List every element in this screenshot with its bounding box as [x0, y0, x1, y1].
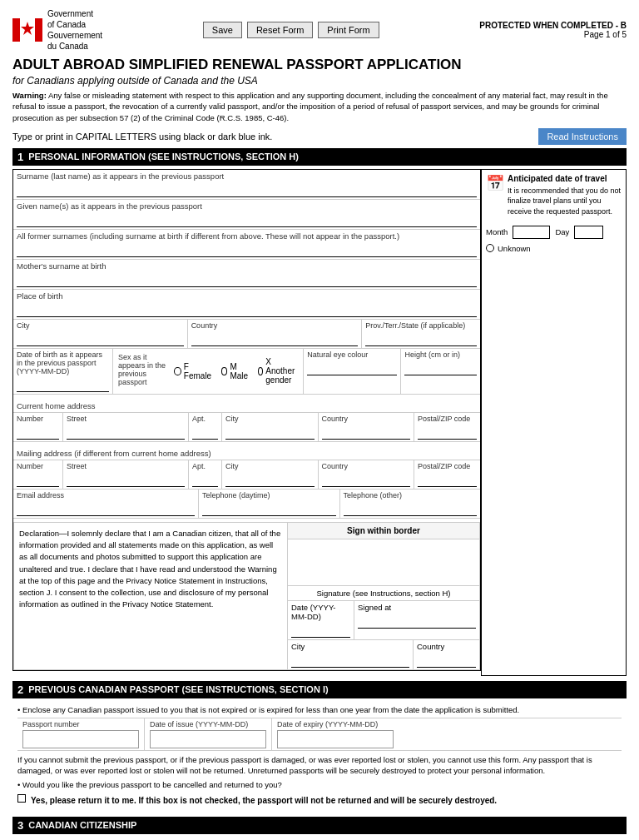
prov-input[interactable]: [365, 330, 477, 346]
section3-label: CANADIAN CITIZENSHIP: [28, 820, 136, 830]
place-birth-label: Place of birth: [17, 291, 477, 301]
sex-male-option[interactable]: M Male: [221, 362, 250, 380]
mail-number-label: Number: [17, 462, 59, 470]
passport-number-label: Passport number: [22, 720, 139, 728]
section1-main: Surname (last name) as it appears in the…: [12, 169, 481, 671]
phone-day-input[interactable]: [202, 500, 336, 516]
signed-at-label: Signed at: [358, 603, 391, 612]
addr-apt-col: Apt.: [189, 413, 222, 441]
date-issue-input[interactable]: [150, 730, 266, 748]
unknown-radio[interactable]: [486, 244, 494, 252]
gov-text: Government of Canada Gouvernement du Can…: [47, 8, 102, 52]
mail-street-input[interactable]: [67, 470, 185, 487]
date-expiry-input[interactable]: [277, 730, 394, 748]
city-input[interactable]: [17, 330, 184, 346]
return-checkbox-label: Yes, please return it to me. If this box…: [31, 796, 497, 805]
email-label: Email address: [17, 491, 195, 500]
protected-label: PROTECTED WHEN COMPLETED - B: [479, 21, 627, 30]
sex-male-label: M Male: [230, 362, 250, 380]
page-header: Government of Canada Gouvernement du Can…: [12, 8, 627, 52]
mail-country-col: Country: [319, 460, 415, 489]
month-day-row: Month Day: [486, 226, 622, 239]
section3-number: 3: [17, 819, 23, 832]
warning-label: Warning:: [12, 91, 47, 100]
section2-label: PREVIOUS CANADIAN PASSPORT (SEE INSTRUCT…: [28, 684, 328, 694]
country-col: Country: [188, 320, 363, 348]
city-input3[interactable]: [291, 651, 409, 668]
date-col: Date (YYYY-MM-DD): [288, 601, 354, 639]
month-input[interactable]: [513, 226, 550, 239]
enclose-note: • Enclose any Canadian passport issued t…: [17, 705, 622, 714]
country-input3[interactable]: [417, 651, 476, 668]
mothers-label: Mother's surname at birth: [17, 261, 477, 271]
signed-at-input[interactable]: [358, 612, 476, 629]
section3-header: 3 CANADIAN CITIZENSHIP: [12, 817, 627, 834]
passport-number-field: Passport number: [17, 718, 145, 750]
email-col: Email address: [13, 490, 199, 518]
sign-area[interactable]: [288, 539, 479, 585]
date-input[interactable]: [291, 621, 350, 638]
mothers-input[interactable]: [17, 271, 477, 287]
addr-city-col: City: [222, 413, 319, 441]
date-issue-field: Date of issue (YYYY-MM-DD): [145, 718, 272, 750]
surname-row: Surname (last name) as it appears in the…: [13, 170, 480, 200]
section1-header: 1 PERSONAL INFORMATION (SEE INSTRUCTIONS…: [12, 148, 627, 166]
save-button[interactable]: Save: [203, 22, 242, 38]
mail-city-input[interactable]: [225, 470, 315, 487]
addr-city-label: City: [225, 415, 315, 423]
passport-number-input[interactable]: [22, 730, 139, 748]
mail-postal-input[interactable]: [418, 470, 477, 487]
sex-female-option[interactable]: F Female: [174, 362, 212, 380]
return-checkbox[interactable]: [17, 794, 26, 803]
sex-other-radio[interactable]: [258, 367, 263, 375]
sex-label: Sex as it appears in the previous passpo…: [118, 353, 166, 386]
section2-number: 2: [17, 683, 23, 696]
svg-rect-0: [12, 18, 20, 42]
declaration-right: Sign within border Signature (see Instru…: [288, 523, 479, 669]
street-input[interactable]: [67, 423, 185, 440]
addr-country-input[interactable]: [322, 423, 411, 440]
postal-label: Postal/ZIP code: [418, 415, 477, 423]
place-birth-input[interactable]: [17, 301, 477, 317]
eye-label: Natural eye colour: [307, 350, 397, 359]
read-instructions-button[interactable]: Read Instructions: [538, 128, 627, 145]
email-input[interactable]: [17, 500, 195, 516]
addr-city-input[interactable]: [225, 423, 315, 440]
sign-border-label: Sign within border: [288, 523, 479, 539]
surname-input[interactable]: [17, 181, 477, 197]
mail-number-input[interactable]: [17, 470, 59, 487]
title-section: ADULT ABROAD SIMPLIFIED RENEWAL PASSPORT…: [12, 57, 627, 123]
travel-date-side: 📅 Anticipated date of travel It is recom…: [481, 169, 627, 676]
day-input[interactable]: [574, 226, 603, 239]
givenname-input[interactable]: [17, 211, 477, 227]
addr-street-col: Street: [63, 413, 189, 441]
postal-input[interactable]: [418, 423, 477, 440]
city-col: City: [13, 320, 188, 348]
givenname-row: Given name(s) as it appears in the previ…: [13, 200, 480, 230]
sex-female-label: F Female: [184, 362, 213, 380]
reset-form-button[interactable]: Reset Form: [247, 22, 313, 38]
travel-date-note: It is recommended that you do not finali…: [508, 186, 622, 217]
phone-other-input[interactable]: [344, 500, 478, 516]
apt-input[interactable]: [192, 423, 218, 440]
print-form-button[interactable]: Print Form: [318, 22, 379, 38]
declaration-section: Declaration—I solemnly declare that I am…: [13, 522, 480, 670]
former-input[interactable]: [17, 241, 477, 257]
dob-input[interactable]: [17, 375, 109, 392]
dob-format: (YYYY-MM-DD): [17, 367, 109, 375]
canada-logo: Government of Canada Gouvernement du Can…: [12, 8, 102, 52]
sex-female-radio[interactable]: [174, 367, 181, 375]
sex-male-radio[interactable]: [221, 367, 228, 375]
mail-country-input[interactable]: [322, 470, 411, 487]
number-label: Number: [17, 415, 59, 423]
number-input[interactable]: [17, 423, 59, 440]
mail-apt-input[interactable]: [192, 470, 218, 487]
prov-col: Prov./Terr./State (if applicable): [362, 320, 480, 348]
lost-note: If you cannot submit the previous passpo…: [17, 754, 622, 777]
country-input[interactable]: [191, 330, 359, 346]
sex-other-option[interactable]: X Another gender: [258, 357, 298, 385]
section2-content: • Enclose any Canadian passport issued t…: [12, 702, 627, 812]
eye-input[interactable]: [307, 359, 397, 375]
height-input[interactable]: [404, 359, 477, 375]
mothers-row: Mother's surname at birth: [13, 260, 480, 290]
